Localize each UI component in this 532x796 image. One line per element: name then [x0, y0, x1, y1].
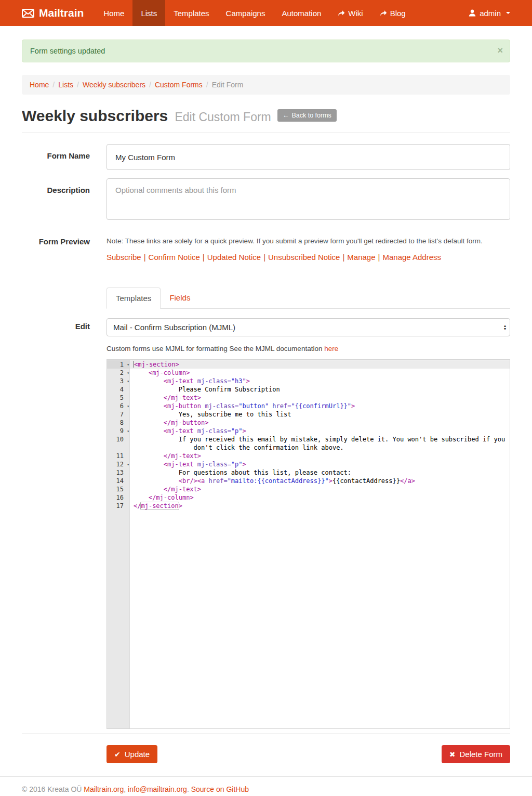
- code-token: [134, 452, 164, 460]
- editor-line[interactable]: 9▾ <mj-text mj-class="p">: [107, 427, 510, 435]
- code-token: >: [351, 402, 355, 410]
- editor-line[interactable]: 14 <br/><a href="mailto:{{contactAddress…: [107, 477, 510, 485]
- fold-arrow-icon[interactable]: ▾: [127, 461, 129, 469]
- code-token: >: [246, 377, 250, 385]
- editor-line[interactable]: 2▾ <mj-column>: [107, 369, 510, 377]
- editor-code-line: don't click the confirmation link above.: [130, 443, 510, 452]
- brand-logo[interactable]: Mailtrain: [22, 0, 95, 26]
- top-navbar: Mailtrain HomeListsTemplatesCampaignsAut…: [0, 0, 532, 26]
- code-token: [134, 402, 164, 410]
- editor-line[interactable]: 10 If you received this email by mistake…: [107, 435, 510, 443]
- code-token: Yes, subscribe me to this list: [134, 411, 291, 418]
- preview-link-unsubscribed-notice[interactable]: Unsubscribed Notice: [268, 253, 340, 262]
- code-editor[interactable]: 1▾<mj-section>2▾ <mj-column>3▾ <mj-text …: [107, 359, 510, 729]
- preview-link-separator: |: [144, 253, 146, 262]
- nav-item-campaigns[interactable]: Campaigns: [218, 0, 274, 26]
- template-select[interactable]: Mail - Confirm Subscription (MJML) ▴▾: [107, 318, 510, 336]
- editor-line[interactable]: 3▾ <mj-text mj-class="h3">: [107, 377, 510, 385]
- editor-line[interactable]: 1▾<mj-section>: [107, 360, 510, 369]
- preview-link-separator: |: [378, 253, 380, 262]
- back-to-forms-label: Back to forms: [291, 112, 331, 119]
- user-menu[interactable]: admin: [469, 0, 510, 26]
- breadcrumb-current: Edit Form: [212, 81, 244, 89]
- preview-link-separator: |: [342, 253, 344, 262]
- email-link[interactable]: info@mailtrain.org: [128, 785, 187, 793]
- code-token: mj-class=: [197, 461, 231, 468]
- editor-line-number: 14: [107, 477, 130, 485]
- nav-item-label: Home: [103, 9, 124, 18]
- editor-line[interactable]: 6▾ <mj-button mj-class="button" href="{{…: [107, 402, 510, 410]
- nav-item-lists[interactable]: Lists: [132, 0, 165, 26]
- description-textarea[interactable]: [107, 178, 510, 220]
- nav-item-automation[interactable]: Automation: [273, 0, 329, 26]
- caret-down-icon: [506, 12, 510, 14]
- code-token: mj-section: [140, 502, 179, 510]
- preview-link-updated-notice[interactable]: Updated Notice: [207, 253, 261, 262]
- nav-item-blog[interactable]: Blog: [371, 0, 414, 26]
- select-arrows-icon: ▴▾: [504, 324, 506, 331]
- breadcrumb-link[interactable]: Home: [30, 81, 49, 89]
- editor-line[interactable]: 11 </mj-text>: [107, 452, 510, 460]
- code-token: don't click the confirmation link above.: [134, 444, 344, 451]
- code-token: >: [179, 502, 182, 510]
- tab-fields[interactable]: Fields: [161, 288, 199, 309]
- editor-code-line: <br/><a href="mailto:{{contactAddress}}"…: [130, 477, 510, 485]
- code-token: mj-class=: [197, 377, 231, 385]
- close-icon[interactable]: ×: [497, 46, 503, 55]
- back-arrow-icon: ←: [283, 112, 289, 119]
- editor-line[interactable]: 13 For questions about this list, please…: [107, 468, 510, 477]
- code-token: >: [329, 477, 332, 485]
- editor-line[interactable]: 15 </mj-text>: [107, 485, 510, 493]
- fold-arrow-icon[interactable]: ▾: [127, 361, 129, 369]
- code-token: [134, 369, 149, 376]
- editor-code-line: </mj-button>: [130, 419, 510, 427]
- back-to-forms-button[interactable]: ← Back to forms: [277, 109, 337, 122]
- preview-link-manage[interactable]: Manage: [347, 253, 375, 262]
- editor-code-line: </mj-text>: [130, 394, 510, 402]
- fold-arrow-icon[interactable]: ▾: [127, 427, 129, 436]
- fold-arrow-icon[interactable]: ▾: [127, 377, 129, 386]
- update-label: Update: [125, 750, 150, 759]
- editor-line[interactable]: 7 Yes, subscribe me to this list: [107, 410, 510, 419]
- x-icon: ✖: [449, 750, 456, 759]
- nav-item-wiki[interactable]: Wiki: [329, 0, 371, 26]
- breadcrumb-link[interactable]: Lists: [58, 81, 73, 89]
- code-token: <br/><a: [179, 477, 209, 485]
- preview-link-manage-address[interactable]: Manage Address: [382, 253, 441, 262]
- brand-label: Mailtrain: [39, 7, 84, 19]
- preview-link-subscribe[interactable]: Subscribe: [107, 253, 141, 262]
- mjml-doc-link[interactable]: here: [324, 345, 338, 353]
- code-token: </a>: [400, 477, 415, 485]
- preview-link-confirm-notice[interactable]: Confirm Notice: [149, 253, 200, 262]
- editor-line[interactable]: 17</mj-section>: [107, 502, 510, 510]
- editor-code-line: <mj-section>: [130, 360, 510, 369]
- mailtrain-org-link[interactable]: Mailtrain.org: [84, 785, 124, 793]
- nav-item-label: Lists: [141, 9, 157, 18]
- editor-code-line: <mj-text mj-class="p">: [130, 427, 510, 435]
- nav-item-label: Templates: [174, 9, 209, 18]
- delete-form-button[interactable]: ✖ Delete Form: [442, 745, 510, 763]
- editor-line[interactable]: 12▾ <mj-text mj-class="p">: [107, 460, 510, 468]
- editor-line[interactable]: 5 </mj-text>: [107, 394, 510, 402]
- fold-arrow-icon[interactable]: ▾: [127, 402, 129, 411]
- description-label: Description: [22, 178, 90, 221]
- preview-note: Note: These links are solely for a quick…: [107, 235, 510, 245]
- page-title: Weekly subscribers: [22, 107, 168, 124]
- breadcrumb-link[interactable]: Weekly subscribers: [83, 81, 145, 89]
- editor-line[interactable]: 8 </mj-button>: [107, 419, 510, 427]
- update-button[interactable]: ✔ Update: [107, 745, 157, 763]
- breadcrumb-link[interactable]: Custom Forms: [155, 81, 203, 89]
- envelope-icon: [22, 9, 34, 18]
- editor-line[interactable]: don't click the confirmation link above.: [107, 443, 510, 452]
- fold-arrow-icon[interactable]: ▾: [127, 369, 129, 377]
- editor-line[interactable]: 16 </mj-column>: [107, 493, 510, 502]
- github-link[interactable]: Source on GitHub: [191, 785, 249, 793]
- nav-item-templates[interactable]: Templates: [165, 0, 217, 26]
- form-name-input[interactable]: [107, 144, 510, 170]
- code-token: </mj-button>: [164, 419, 209, 426]
- editor-line[interactable]: 4 Please Confirm Subscription: [107, 385, 510, 394]
- nav-item-home[interactable]: Home: [95, 0, 132, 26]
- tab-templates[interactable]: Templates: [107, 288, 161, 309]
- editor-line-number: 1▾: [107, 360, 130, 369]
- code-token: </mj-text>: [164, 394, 201, 401]
